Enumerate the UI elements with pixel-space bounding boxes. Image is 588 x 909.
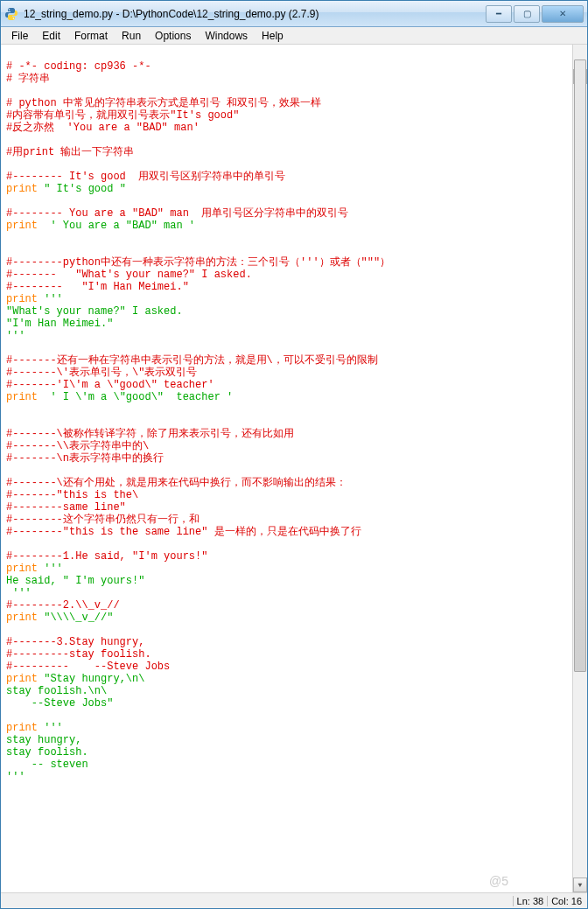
menu-windows[interactable]: Windows	[198, 28, 255, 44]
code-string: '''	[6, 771, 25, 783]
vertical-scrollbar[interactable]: ▲ ▼	[572, 45, 587, 892]
window-controls: ━ ▢ ✕	[484, 5, 584, 23]
code-string: '''	[38, 293, 63, 305]
code-string: '''	[38, 722, 63, 734]
menu-run[interactable]: Run	[115, 28, 148, 44]
code-string: stay foolish.	[6, 746, 88, 759]
code-string: He said, " I'm yours!"	[6, 575, 144, 587]
code-keyword: print	[6, 293, 38, 305]
code-line: #--------1.He said, "I'm yours!"	[6, 550, 207, 563]
code-line: #-------'I\'m a \"good\" teacher'	[6, 379, 214, 391]
statusbar: Ln: 38 Col: 16	[1, 892, 587, 908]
code-line: #-------\n表示字符串中的换行	[6, 452, 164, 465]
code-line: #--------python中还有一种表示字符串的方法：三个引号（'''）或者…	[6, 256, 390, 269]
code-line: #--------2.\\_v_//	[6, 599, 120, 612]
code-line: #-------- You are a "BAD" man 用单引号区分字符串中…	[6, 207, 348, 220]
code-string: "I'm Han Meimei."	[6, 318, 113, 330]
code-keyword: print	[6, 612, 38, 624]
code-line: #-------\'表示单引号，\"表示双引号	[6, 367, 197, 379]
code-line: # 字符串	[6, 73, 50, 85]
menu-edit[interactable]: Edit	[35, 28, 67, 44]
code-line: #-------\\表示字符串中的\	[6, 440, 149, 452]
code-line: #-------- It's good 用双引号区别字符串中的单引号	[6, 171, 285, 183]
svg-point-0	[9, 9, 10, 10]
code-string: ' I \'m a \"good\" teacher '	[38, 391, 233, 403]
scroll-down-icon[interactable]: ▼	[573, 878, 587, 892]
code-string: '''	[6, 330, 25, 342]
code-keyword: print	[6, 183, 38, 195]
code-string: stay foolish.\n\	[6, 685, 107, 697]
code-string: '''	[6, 587, 32, 599]
code-line: #-------"this is the\	[6, 489, 138, 501]
scroll-thumb[interactable]	[574, 59, 586, 672]
code-line: #-------3.Stay hungry,	[6, 636, 144, 648]
code-editor[interactable]: # -*- coding: cp936 -*- # 字符串 # python 中…	[1, 45, 587, 892]
code-string: '''	[38, 563, 63, 575]
minimize-button[interactable]: ━	[486, 5, 512, 23]
code-string: stay hungry,	[6, 734, 81, 746]
code-line: # -*- coding: cp936 -*-	[6, 60, 151, 73]
status-column: Col: 16	[547, 896, 585, 906]
code-string: "\\\\_v_//"	[38, 612, 113, 624]
code-line: #-------\被称作转译字符，除了用来表示引号，还有比如用	[6, 428, 294, 440]
code-line: # python 中常见的字符串表示方式是单引号 和双引号，效果一样	[6, 97, 321, 109]
python-idle-icon	[4, 7, 18, 21]
menubar: File Edit Format Run Options Windows Hel…	[1, 27, 587, 45]
svg-point-1	[13, 17, 15, 19]
status-line: Ln: 38	[513, 896, 548, 906]
code-keyword: print	[6, 673, 38, 685]
titlebar[interactable]: 12_string_demo.py - D:\PythonCode\12_str…	[1, 1, 587, 27]
window-title: 12_string_demo.py - D:\PythonCode\12_str…	[24, 8, 484, 20]
code-line: #---------stay foolish.	[6, 648, 151, 661]
code-string: --Steve Jobs"	[6, 697, 113, 710]
code-line: #------- "What's your name?" I asked.	[6, 269, 252, 281]
code-keyword: print	[6, 220, 38, 232]
code-line: #-------还有一种在字符串中表示引号的方法，就是用\，可以不受引号的限制	[6, 354, 378, 367]
code-line: #反之亦然 'You are a "BAD" man'	[6, 122, 200, 134]
menu-file[interactable]: File	[4, 28, 35, 44]
menu-help[interactable]: Help	[255, 28, 290, 44]
code-line: #--------same line"	[6, 501, 126, 514]
close-button[interactable]: ✕	[542, 5, 584, 23]
watermark: @5	[489, 875, 508, 887]
code-line: #--------"this is the same line" 是一样的，只是…	[6, 526, 361, 538]
code-line: #用print 输出一下字符串	[6, 146, 134, 158]
code-line: #-------- "I'm Han Meimei."	[6, 281, 189, 293]
code-line: #内容带有单引号，就用双引号表示"It's good"	[6, 109, 239, 122]
menu-options[interactable]: Options	[148, 28, 198, 44]
code-line: #--------这个字符串仍然只有一行，和	[6, 514, 200, 526]
code-keyword: print	[6, 391, 38, 403]
code-string: "Stay hungry,\n\	[38, 673, 144, 685]
code-string: -- steven	[6, 759, 88, 771]
code-string: " It's good "	[38, 183, 126, 195]
maximize-button[interactable]: ▢	[514, 5, 540, 23]
code-keyword: print	[6, 563, 38, 575]
code-keyword: print	[6, 722, 38, 734]
code-line: #--------- --Steve Jobs	[6, 661, 170, 673]
code-line: #-------\还有个用处，就是用来在代码中换行，而不影响输出的结果：	[6, 477, 346, 489]
code-string: ' You are a "BAD" man '	[38, 220, 195, 232]
code-string: "What's your name?" I asked.	[6, 305, 183, 318]
menu-format[interactable]: Format	[67, 28, 115, 44]
